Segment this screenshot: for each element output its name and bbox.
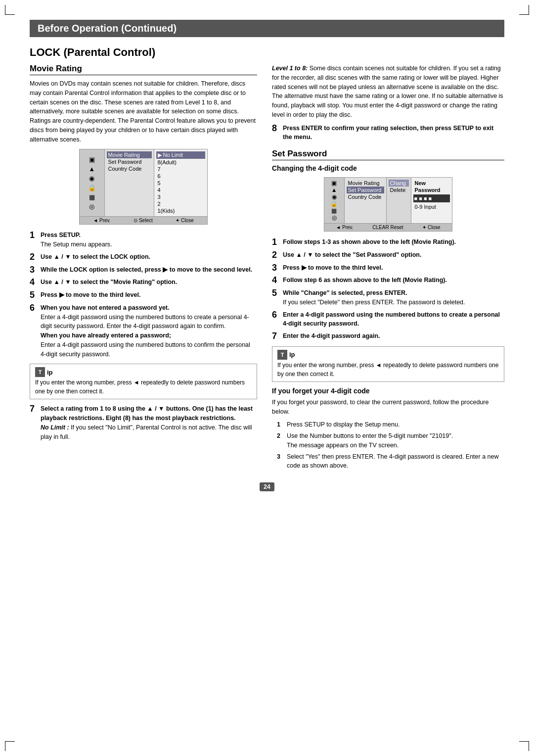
set-pwd-step-5-text: If you select "Delete" then press ENTER.… bbox=[283, 299, 465, 306]
forget-step-3: 3 Select "Yes" then press ENTER. The 4-d… bbox=[277, 452, 504, 471]
menu-sub-6: 6 bbox=[156, 173, 206, 180]
set-pwd-step-2: 2 Use ▲ / ▼ to select the "Set Password"… bbox=[272, 250, 504, 260]
header-banner: Before Operation (Continued) bbox=[30, 20, 504, 37]
step-3-bold: While the LOCK option is selected, press… bbox=[41, 266, 252, 273]
two-col-layout: Movie Rating Movies on DVDs may contain … bbox=[30, 64, 504, 472]
step-num-7: 7 bbox=[30, 404, 41, 414]
set-pwd-clear: CLEAR Reset bbox=[372, 225, 403, 230]
step-8-bold: Press ENTER to confirm your rating selec… bbox=[283, 125, 493, 141]
set-pwd-step-1-text: Follow steps 1-3 as shown above to the l… bbox=[283, 238, 456, 245]
set-pwd-main-col: Movie Rating Set Password Country Code bbox=[344, 178, 386, 223]
step-num-6: 6 bbox=[30, 303, 41, 313]
set-pwd-close: ✦ Close bbox=[422, 225, 440, 230]
menu-sub-7: 7 bbox=[156, 166, 206, 173]
menu-sub-8adult: 8(Adult) bbox=[156, 159, 206, 166]
movie-rating-intro: Movies on DVDs may contain scenes not su… bbox=[30, 79, 257, 144]
set-pwd-footer: ◄ Prev. CLEAR Reset ✦ Close bbox=[324, 223, 452, 231]
tip-label-left: T ip bbox=[35, 367, 252, 377]
step-7-bold: Select a rating from 1 to 8 using the ▲ … bbox=[41, 405, 253, 422]
set-pwd-new: New bbox=[413, 180, 450, 187]
tip-text-left: If you enter the wrong number, press ◄ r… bbox=[35, 379, 245, 395]
set-pwd-icon-5: ▦ bbox=[325, 207, 343, 214]
set-pwd-step-content-1: Follow steps 1-3 as shown above to the l… bbox=[283, 237, 504, 247]
right-column: Level 1 to 8: Some discs contain scenes … bbox=[272, 64, 504, 472]
tip-label-text-right: ip bbox=[289, 350, 295, 360]
page-container: Before Operation (Continued) LOCK (Paren… bbox=[0, 0, 534, 756]
set-pwd-step-5: 5 While "Change" is selected, press ENTE… bbox=[272, 288, 504, 307]
set-pwd-boxes: ■ ■ ■ ■ bbox=[413, 194, 450, 202]
set-pwd-step-1: 1 Follow steps 1-3 as shown above to the… bbox=[272, 237, 504, 247]
menu-sub-1kids: 1(Kids) bbox=[156, 207, 206, 214]
step-6-alt-text: Enter a 4-digit password using the numbe… bbox=[41, 341, 250, 358]
menu-main-col: Movie Rating Set Password Country Code bbox=[104, 149, 154, 216]
step-num-5: 5 bbox=[30, 290, 41, 300]
set-pwd-step-num-3: 3 bbox=[272, 263, 283, 273]
set-pwd-step-num-7: 7 bbox=[272, 331, 283, 341]
step-4: 4 Use ▲ / ▼ to select the "Movie Rating"… bbox=[30, 278, 257, 287]
step-1: 1 Press SETUP. The Setup menu appears. bbox=[30, 231, 257, 249]
menu-footer: ◄ Prev. ⊙ Select ✦ Close bbox=[80, 216, 207, 224]
menu-close: ✦ Close bbox=[176, 218, 193, 223]
set-pwd-step-num-2: 2 bbox=[272, 250, 283, 260]
step-7-note: No Limit : If you select "No Limit", Par… bbox=[41, 424, 252, 440]
tip-icon-left: T bbox=[35, 367, 45, 377]
forget-step-text-2: Use the Number buttons to enter the 5-di… bbox=[287, 432, 453, 439]
set-pwd-step-num-6: 6 bbox=[272, 310, 283, 320]
set-pwd-icon-4: 🔒 bbox=[325, 200, 343, 207]
tip-icon-right: T bbox=[277, 350, 287, 360]
corner-mark-tr bbox=[519, 5, 529, 15]
page-footer: 24 bbox=[30, 482, 504, 491]
set-pwd-step-content-7: Enter the 4-digit password again. bbox=[283, 331, 504, 341]
step-num-8: 8 bbox=[272, 124, 283, 134]
set-pwd-sub-col1: Chang Delete bbox=[386, 178, 411, 223]
left-column: Movie Rating Movies on DVDs may contain … bbox=[30, 64, 257, 472]
step-num-1: 1 bbox=[30, 231, 41, 240]
set-pwd-step-6-text: Enter a 4-digit password using the numbe… bbox=[283, 311, 500, 328]
set-pwd-icon-3: ◉ bbox=[325, 193, 343, 200]
set-pwd-icon-1: ▣ bbox=[325, 180, 343, 187]
step-5: 5 Press ▶ to move to the third level. bbox=[30, 290, 257, 300]
forget-step-num-3: 3 bbox=[277, 452, 284, 471]
set-pwd-step-num-5: 5 bbox=[272, 288, 283, 298]
set-pwd-step-3-text: Press ▶ to move to the third level. bbox=[283, 264, 383, 271]
set-pwd-prev: ◄ Prev. bbox=[336, 225, 353, 230]
forget-step-text-2-sub: The message appears on the TV screen. bbox=[287, 442, 399, 449]
tip-box-right: T ip If you enter the wrong number, pres… bbox=[272, 346, 504, 382]
menu-sub-2: 2 bbox=[156, 200, 206, 207]
right-intro-bold: Level 1 to 8: bbox=[272, 65, 308, 72]
corner-mark-bl bbox=[5, 741, 15, 751]
set-pwd-menu-icons: ▣ ▲ ◉ 🔒 ▦ ◎ bbox=[324, 178, 344, 223]
set-pwd-step-content-5: While "Change" is selected, press ENTER.… bbox=[283, 288, 504, 307]
step-6: 6 When you have not entered a password y… bbox=[30, 303, 257, 359]
menu-icon-4: 🔒 bbox=[81, 183, 103, 192]
set-pwd-password-label: Password bbox=[413, 187, 450, 193]
menu-icon-6: ◎ bbox=[81, 202, 103, 211]
menu-icon-5: ▦ bbox=[81, 192, 103, 202]
page-number: 24 bbox=[260, 482, 274, 491]
step-num-2: 2 bbox=[30, 252, 41, 262]
changing-code-subheading: Changing the 4-digit code bbox=[272, 164, 504, 172]
step-2: 2 Use ▲ / ▼ to select the LOCK option. bbox=[30, 252, 257, 262]
menu-icon-3: ◉ bbox=[81, 174, 103, 183]
set-pwd-step-4-text: Follow step 6 as shown above to the left… bbox=[283, 277, 447, 284]
set-pwd-step-content-3: Press ▶ to move to the third level. bbox=[283, 263, 504, 273]
forget-step-num-2: 2 bbox=[277, 431, 284, 450]
step-7-note-label: No Limit : bbox=[41, 424, 69, 431]
forget-code-heading: If you forget your 4-digit code bbox=[272, 387, 504, 395]
set-pwd-movie-rating: Movie Rating bbox=[347, 180, 384, 187]
step-num-4: 4 bbox=[30, 278, 41, 287]
step-7: 7 Select a rating from 1 to 8 using the … bbox=[30, 404, 257, 441]
step-1-bold: Press SETUP. bbox=[41, 232, 81, 238]
menu-item-country-code: Country Code bbox=[107, 165, 152, 172]
set-pwd-step-3: 3 Press ▶ to move to the third level. bbox=[272, 263, 504, 273]
menu-sub-col: ▶ No Limit 8(Adult) 7 6 5 4 3 2 1(Kids) bbox=[154, 149, 207, 216]
set-pwd-step-6: 6 Enter a 4-digit password using the num… bbox=[272, 310, 504, 329]
step-content-5: Press ▶ to move to the third level. bbox=[41, 290, 257, 300]
set-pwd-sub-col2: New Password ■ ■ ■ ■ 0-9 Input bbox=[411, 178, 452, 223]
set-pwd-step-num-4: 4 bbox=[272, 276, 283, 285]
step-content-8: Press ENTER to confirm your rating selec… bbox=[283, 124, 504, 142]
set-pwd-step-5-bold: While "Change" is selected, press ENTER. bbox=[283, 289, 407, 296]
forget-step-text-1: Press SETUP to display the Setup menu. bbox=[287, 420, 400, 429]
menu-sub-3: 3 bbox=[156, 193, 206, 200]
set-pwd-icon-2: ▲ bbox=[325, 187, 343, 193]
